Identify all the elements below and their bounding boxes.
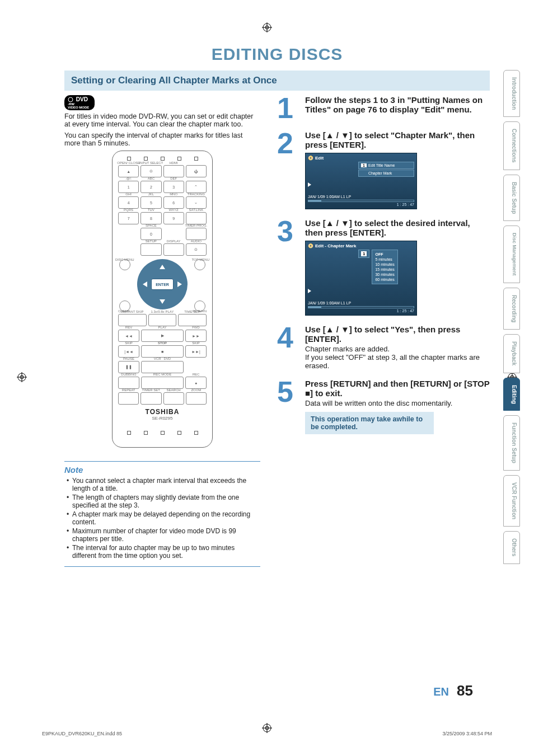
remote-brand: TOSHIBA <box>118 408 207 416</box>
step-body-text: Chapter marks are added. <box>305 345 490 353</box>
right-column: 1 Follow the steps 1 to 3 in "Putting Na… <box>277 95 490 567</box>
step-text: Follow the steps 1 to 3 in "Putting Name… <box>305 95 490 114</box>
tab-others[interactable]: Others <box>503 531 520 564</box>
registration-mark-left <box>17 372 27 384</box>
page-footer: EN 85 <box>433 682 473 699</box>
note-item: Maximum number of chapter for video mode… <box>67 527 260 543</box>
step-number: 5 <box>277 379 299 434</box>
tab-recording[interactable]: Recording <box>503 288 520 330</box>
step-2: 2 Use [▲ / ▼] to select "Chapter Mark", … <box>277 130 490 209</box>
step-text: Use [▲ / ▼] to select "Chapter Mark", th… <box>305 130 490 149</box>
step-text: Use [▲ / ▼] to select "Yes", then press … <box>305 325 490 344</box>
step-1: 1 Follow the steps 1 to 3 in "Putting Na… <box>277 95 490 121</box>
note-item: You cannot select a chapter mark interva… <box>67 477 260 492</box>
step-number: 1 <box>277 95 299 121</box>
page-title: EDITING DISCS <box>64 45 490 64</box>
step-text: Use [▲ / ▼] to select the desired interv… <box>305 218 490 237</box>
step-text: Press [RETURN] and then [RETURN] or [STO… <box>305 379 490 398</box>
section-title: Setting or Clearing All Chapter Marks at… <box>71 75 483 86</box>
note-list: You cannot select a chapter mark interva… <box>64 477 260 560</box>
remote-model: SE-R0295 <box>118 416 207 421</box>
step-body-text: Data will be written onto the disc momen… <box>305 399 490 407</box>
intro-paragraph-1: For titles in video mode DVD-RW, you can… <box>64 112 260 128</box>
step-number: 4 <box>277 325 299 370</box>
osd-edit-menu: 📀 Edit 1Edit Title Name 1Chapter Mark JA… <box>305 153 417 209</box>
tab-editing[interactable]: Editing <box>503 378 520 411</box>
footer-lang: EN <box>433 685 449 698</box>
tab-connections[interactable]: Connections <box>503 121 520 170</box>
section-header: Setting or Clearing All Chapter Marks at… <box>64 71 490 91</box>
tab-function-setup[interactable]: Function Setup <box>503 415 520 471</box>
print-date: 3/25/2009 3:48:54 PM <box>442 731 492 736</box>
print-footer: E9PKAUD_DVR620KU_EN.indd 85 3/25/2009 3:… <box>42 731 492 736</box>
note-item: A chapter mark may be delayed depending … <box>67 510 260 526</box>
intro-paragraph-2: You can specify the interval of chapter … <box>64 132 260 147</box>
sidebar-tabs: Introduction Connections Basic Setup Dis… <box>503 70 520 564</box>
step-5: 5 Press [RETURN] and then [RETURN] or [S… <box>277 379 490 434</box>
tab-basic-setup[interactable]: Basic Setup <box>503 175 520 221</box>
note-item: The interval for auto chapter may be up … <box>67 544 260 560</box>
svg-point-16 <box>68 97 73 102</box>
tab-disc-management[interactable]: Disc Management <box>503 226 520 283</box>
registration-mark-top <box>262 22 272 35</box>
print-file: E9PKAUD_DVR620KU_EN.indd 85 <box>42 731 122 736</box>
step-3: 3 Use [▲ / ▼] to select the desired inte… <box>277 218 490 316</box>
tip-box: This operation may take awhile to be com… <box>305 412 434 434</box>
step-number: 3 <box>277 218 299 316</box>
step-4: 4 Use [▲ / ▼] to select "Yes", then pres… <box>277 325 490 370</box>
footer-page-number: 85 <box>457 682 473 699</box>
note-box: Note You cannot select a chapter mark in… <box>64 461 260 567</box>
osd-chapter-mark-menu: 📀 Edit - Chapter Mark 1 OFF 5 minutes 10… <box>305 241 417 316</box>
tab-playback[interactable]: Playback <box>503 334 520 373</box>
left-column: DVD -RW VIDEO MODE For titles in video m… <box>64 95 260 567</box>
dvd-badge: DVD -RW VIDEO MODE <box>64 95 95 110</box>
page-content: EDITING DISCS Setting or Clearing All Ch… <box>42 39 495 711</box>
step-body-text: If you select "OFF" at step 3, all the c… <box>305 353 490 370</box>
step-number: 2 <box>277 130 299 209</box>
tab-introduction[interactable]: Introduction <box>503 70 520 117</box>
note-heading: Note <box>64 465 260 475</box>
note-item: The length of chapters may slightly devi… <box>67 494 260 509</box>
tab-vcr-function[interactable]: VCR Function <box>503 475 520 527</box>
remote-control-diagram: OPEN/ CLOSE▲ INPUT SELECT⊙ HDMI ⏻ .@/:1 … <box>112 151 213 448</box>
